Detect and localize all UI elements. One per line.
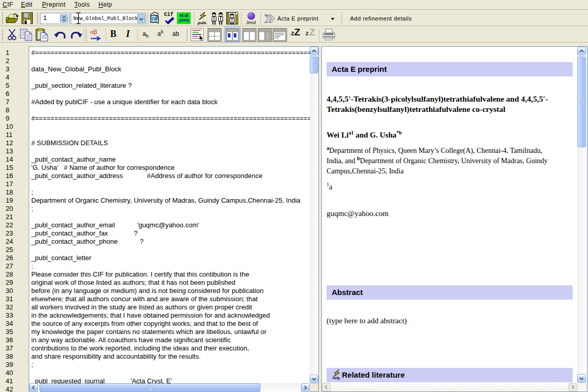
svg-text:CIF: CIF	[152, 17, 158, 21]
svg-text:-help.: -help.	[332, 376, 340, 380]
